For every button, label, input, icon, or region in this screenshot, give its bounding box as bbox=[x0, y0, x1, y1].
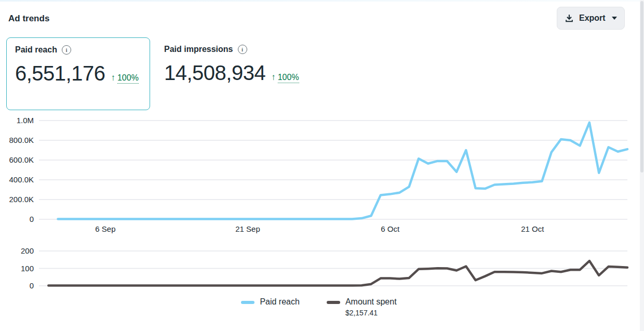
up-arrow-icon: ↑ bbox=[271, 72, 276, 83]
svg-text:0: 0 bbox=[30, 281, 34, 290]
svg-text:600.0K: 600.0K bbox=[9, 155, 34, 164]
chart-legend: Paid reach Amount spent $2,157.41 bbox=[0, 297, 638, 317]
ad-trends-panel: Ad trends Export Paid reach i 6,551,176 … bbox=[0, 0, 644, 331]
metric-value: 6,551,176 bbox=[15, 62, 105, 85]
legend-label: Paid reach bbox=[260, 297, 300, 307]
info-icon[interactable]: i bbox=[62, 45, 71, 55]
top-edge-divider bbox=[0, 0, 644, 2]
svg-text:100: 100 bbox=[21, 264, 34, 273]
paid-reach-swatch bbox=[241, 301, 254, 304]
amount-spent-chart[interactable]: 2001000 bbox=[0, 244, 644, 293]
metric-card-paid-reach[interactable]: Paid reach i 6,551,176 ↑ 100% bbox=[6, 37, 150, 110]
scrollbar-track bbox=[640, 0, 644, 331]
legend-amount-spent[interactable]: Amount spent $2,157.41 bbox=[327, 297, 397, 317]
svg-text:6 Oct: 6 Oct bbox=[381, 224, 400, 233]
download-icon bbox=[565, 14, 574, 23]
svg-text:200.0K: 200.0K bbox=[9, 195, 34, 204]
amount-spent-total: $2,157.41 bbox=[345, 309, 397, 317]
svg-text:0: 0 bbox=[30, 215, 34, 223]
metric-label: Paid reach bbox=[15, 45, 57, 55]
page-title: Ad trends bbox=[8, 14, 49, 24]
svg-text:400.0K: 400.0K bbox=[9, 175, 34, 184]
change-percent[interactable]: 100% bbox=[117, 73, 139, 84]
svg-text:21 Sep: 21 Sep bbox=[235, 224, 260, 233]
paid-reach-chart[interactable]: 1.0M800.0K600.0K400.0K200.0K06 Sep21 Sep… bbox=[0, 115, 644, 241]
svg-text:21 Oct: 21 Oct bbox=[521, 224, 544, 233]
metric-value: 14,508,934 bbox=[164, 61, 265, 85]
svg-text:1.0M: 1.0M bbox=[17, 116, 34, 125]
metric-card-paid-impressions[interactable]: Paid impressions i 14,508,934 ↑ 100% bbox=[164, 45, 299, 85]
legend-paid-reach[interactable]: Paid reach bbox=[241, 297, 300, 307]
metric-change: ↑ 100% bbox=[111, 73, 138, 84]
export-button[interactable]: Export bbox=[557, 7, 625, 30]
metric-label: Paid impressions bbox=[164, 45, 233, 54]
change-percent[interactable]: 100% bbox=[278, 73, 299, 83]
svg-text:6 Sep: 6 Sep bbox=[95, 224, 115, 233]
amount-spent-swatch bbox=[327, 301, 340, 304]
export-label: Export bbox=[579, 14, 606, 23]
up-arrow-icon: ↑ bbox=[111, 73, 115, 83]
svg-text:200: 200 bbox=[21, 246, 34, 255]
metric-change: ↑ 100% bbox=[271, 72, 299, 83]
chevron-down-icon bbox=[612, 17, 617, 20]
info-icon[interactable]: i bbox=[238, 45, 247, 54]
scrollbar-thumb[interactable] bbox=[640, 1, 643, 173]
svg-text:800.0K: 800.0K bbox=[9, 136, 34, 144]
legend-label: Amount spent bbox=[345, 297, 397, 306]
amount-spent-line bbox=[48, 261, 627, 285]
paid-reach-line bbox=[58, 123, 628, 219]
